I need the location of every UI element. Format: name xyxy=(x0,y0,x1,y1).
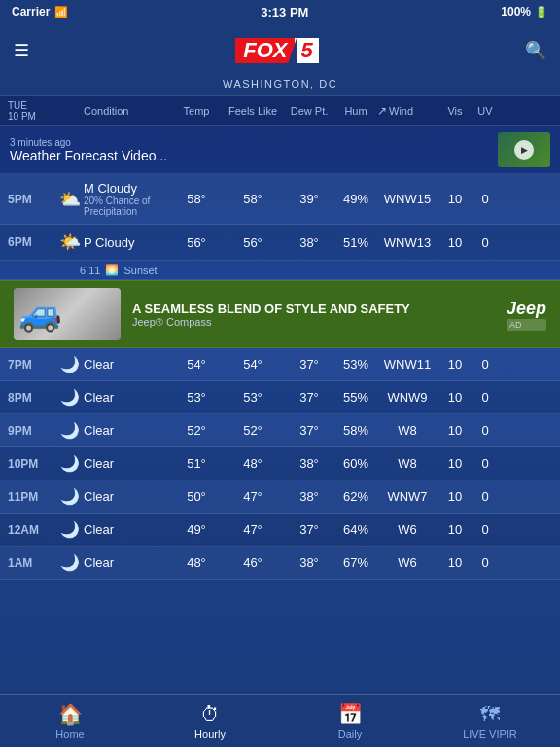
row-vis: 10 xyxy=(438,489,472,504)
row-icon: 🌙 xyxy=(56,421,84,440)
row-feels: 53° xyxy=(222,390,284,405)
row-wind: WNW11 xyxy=(377,357,438,372)
col-date-line: TUE xyxy=(8,100,56,111)
row-wind: W8 xyxy=(377,423,438,438)
row-time-6pm: 6PM xyxy=(8,235,56,249)
row-uv-6pm: 0 xyxy=(472,235,498,250)
weather-row-8pm: 8PM 🌙 Clear 53° 53° 37° 55% WNW9 10 0 xyxy=(0,381,560,414)
row-vis: 10 xyxy=(438,456,472,471)
row-icon: 🌙 xyxy=(56,487,84,506)
home-icon: 🏠 xyxy=(58,702,83,726)
col-header-feels: Feels Like xyxy=(222,105,284,117)
row-cond: Clear xyxy=(84,357,171,372)
row-time: 8PM xyxy=(8,391,56,405)
play-button[interactable]: ▶ xyxy=(514,140,534,160)
row-vis: 10 xyxy=(438,522,472,537)
row-dew: 37° xyxy=(284,357,334,372)
row-dew-5pm: 39° xyxy=(284,192,334,206)
video-thumbnail[interactable]: ▶ xyxy=(498,132,550,167)
sunset-time: 6:11 xyxy=(80,265,100,276)
row-wind-5pm: WNW15 xyxy=(377,192,438,206)
row-cond: Clear xyxy=(84,522,171,537)
row-wind-6pm: WNW13 xyxy=(377,235,438,250)
row-hum: 67% xyxy=(334,555,377,570)
column-header-row: TUE 10 PM Condition Temp Feels Like Dew … xyxy=(0,95,560,126)
nav-daily[interactable]: 📅 Daily xyxy=(280,695,420,747)
wind-arrow-icon: ↗ xyxy=(377,104,387,118)
video-forecast-row[interactable]: 3 minutes ago Weather Forecast Video... … xyxy=(0,126,560,174)
row-feels: 47° xyxy=(222,522,284,537)
row-cond: Clear xyxy=(84,555,171,570)
row-dew: 38° xyxy=(284,456,334,471)
col-time-line: 10 PM xyxy=(8,111,56,122)
weather-row-11pm: 11PM 🌙 Clear 50° 47° 38° 62% WNW7 10 0 xyxy=(0,480,560,514)
nav-livevipir-label: LIVE VIPIR xyxy=(463,729,517,740)
ad-text: A SEAMLESS BLEND OF STYLE AND SAFETY Jee… xyxy=(132,302,495,328)
weather-row-10pm: 10PM 🌙 Clear 51° 48° 38° 60% W8 10 0 xyxy=(0,447,560,480)
col-header-uv: UV xyxy=(472,105,498,117)
row-hum-6pm: 51% xyxy=(334,235,377,250)
nav-hourly[interactable]: ⏱ Hourly xyxy=(140,695,280,747)
row-temp: 52° xyxy=(171,423,222,438)
five-badge: 5 xyxy=(295,38,318,63)
location-bar: WASHINGTON, DC xyxy=(0,78,560,95)
row-icon: 🌙 xyxy=(56,388,84,407)
row-wind: W6 xyxy=(377,555,438,570)
row-uv: 0 xyxy=(472,390,498,405)
row-time: 9PM xyxy=(8,424,56,438)
row-uv: 0 xyxy=(472,555,498,570)
night-rows-container: 7PM 🌙 Clear 54° 54° 37° 53% WNW11 10 0 8… xyxy=(0,348,560,580)
menu-icon[interactable]: ☰ xyxy=(14,40,29,61)
row-temp: 54° xyxy=(171,357,222,372)
ad-badge: AD xyxy=(507,319,546,331)
col-header-dew: Dew Pt. xyxy=(284,105,334,117)
row-dew: 37° xyxy=(284,390,334,405)
row-time: 11PM xyxy=(8,490,56,504)
row-cond: Clear xyxy=(84,390,171,405)
row-time: 12AM xyxy=(8,523,56,537)
row-icon: 🌙 xyxy=(56,454,84,473)
weather-row-5pm: 5PM ⛅ M Cloudy 20% Chance of Precipitati… xyxy=(0,174,560,225)
row-dew: 38° xyxy=(284,555,334,570)
row-hum: 64% xyxy=(334,522,377,537)
fox-logo: FOX 5 xyxy=(235,38,318,63)
row-hum: 60% xyxy=(334,456,377,471)
weather-row-9pm: 9PM 🌙 Clear 52° 52° 37° 58% W8 10 0 xyxy=(0,414,560,447)
ad-car-image xyxy=(14,288,121,340)
row-vis: 10 xyxy=(438,555,472,570)
video-time: 3 minutes ago xyxy=(10,137,488,148)
row-dew: 37° xyxy=(284,423,334,438)
nav-livevipir[interactable]: 🗺 LIVE VIPIR xyxy=(420,695,560,747)
col-header-hum: Hum xyxy=(334,105,377,117)
row-dew: 37° xyxy=(284,522,334,537)
wifi-icon: 📶 xyxy=(54,6,68,18)
row-icon: 🌙 xyxy=(56,520,84,539)
row-temp: 48° xyxy=(171,555,222,570)
row-feels-6pm: 56° xyxy=(222,235,284,250)
nav-home[interactable]: 🏠 Home xyxy=(0,695,140,747)
bottom-nav: 🏠 Home ⏱ Hourly 📅 Daily 🗺 LIVE VIPIR xyxy=(0,694,560,747)
battery-icon: 🔋 xyxy=(535,6,548,18)
nav-daily-label: Daily xyxy=(338,729,362,740)
row-temp-6pm: 56° xyxy=(171,235,222,250)
row-vis: 10 xyxy=(438,390,472,405)
row-hum: 62% xyxy=(334,489,377,504)
row-wind: WNW7 xyxy=(377,489,438,504)
col-header-condition: Condition xyxy=(84,105,171,117)
fox-badge: FOX xyxy=(235,38,295,63)
row-temp-5pm: 58° xyxy=(171,192,222,206)
row-vis: 10 xyxy=(438,423,472,438)
header: ☰ FOX 5 🔍 xyxy=(0,23,560,78)
row-time: 1AM xyxy=(8,556,56,570)
row-icon: 🌙 xyxy=(56,355,84,374)
row-hum: 53% xyxy=(334,357,377,372)
row-wind: W8 xyxy=(377,456,438,471)
row-dew: 38° xyxy=(284,489,334,504)
nav-home-label: Home xyxy=(55,729,84,740)
row-time: 10PM xyxy=(8,457,56,471)
row-icon: 🌙 xyxy=(56,553,84,572)
search-icon[interactable]: 🔍 xyxy=(525,40,546,61)
row-hum: 58% xyxy=(334,423,377,438)
row-uv-5pm: 0 xyxy=(472,192,498,206)
ad-banner[interactable]: A SEAMLESS BLEND OF STYLE AND SAFETY Jee… xyxy=(0,280,560,348)
